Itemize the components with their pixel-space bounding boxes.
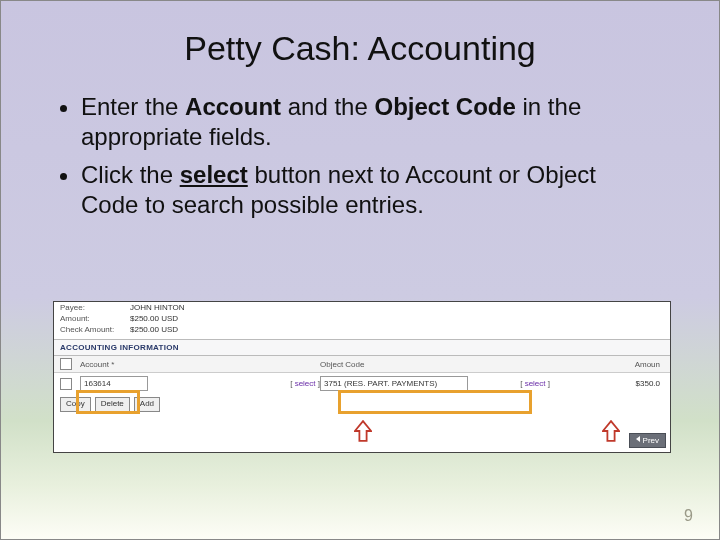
check-amount-value: $250.00 USD: [130, 325, 178, 334]
text-bold: Object Code: [374, 93, 515, 120]
triangle-left-icon: [636, 436, 640, 442]
select-account-link[interactable]: select: [290, 379, 320, 388]
col-object-header: Object Code: [320, 360, 550, 369]
section-title: ACCOUNTING INFORMATION: [54, 339, 670, 356]
slide-body: Enter the Account and the Object Code in…: [1, 68, 719, 220]
header-checkbox[interactable]: [60, 358, 72, 370]
account-input[interactable]: 163614: [80, 376, 148, 391]
bullet-2: Click the select button next to Account …: [81, 160, 659, 220]
text-bold-underline: select: [180, 161, 248, 188]
payee-value: JOHN HINTON: [130, 303, 185, 312]
col-account-header: Account *: [80, 360, 320, 369]
select-object-link[interactable]: select: [520, 379, 550, 388]
add-button[interactable]: Add: [134, 397, 160, 412]
prev-label: Prev: [643, 436, 659, 445]
check-amount-label: Check Amount:: [60, 325, 130, 334]
payee-label: Payee:: [60, 303, 130, 312]
slide-title: Petty Cash: Accounting: [1, 1, 719, 68]
row-amount: $350.0: [550, 379, 664, 388]
text: Enter the: [81, 93, 185, 120]
col-amount-header: Amoun: [550, 360, 664, 369]
grid-row: 163614 select 3751 (RES. PART. PAYMENTS)…: [54, 373, 670, 394]
text: Click the: [81, 161, 180, 188]
object-code-input[interactable]: 3751 (RES. PART. PAYMENTS): [320, 376, 468, 391]
row-checkbox[interactable]: [60, 378, 72, 390]
prev-button[interactable]: Prev: [629, 433, 666, 448]
amount-label: Amount:: [60, 314, 130, 323]
text-bold: Account: [185, 93, 281, 120]
bullet-1: Enter the Account and the Object Code in…: [81, 92, 659, 152]
arrow-up-icon: [354, 420, 372, 442]
page-number: 9: [684, 507, 693, 525]
amount-value: $250.00 USD: [130, 314, 178, 323]
copy-button[interactable]: Copy: [60, 397, 91, 412]
grid-header: Account * Object Code Amoun: [54, 356, 670, 373]
embedded-screenshot: Payee: JOHN HINTON Amount: $250.00 USD C…: [53, 301, 669, 471]
text: and the: [281, 93, 374, 120]
delete-button[interactable]: Delete: [95, 397, 130, 412]
arrow-up-icon: [602, 420, 620, 442]
